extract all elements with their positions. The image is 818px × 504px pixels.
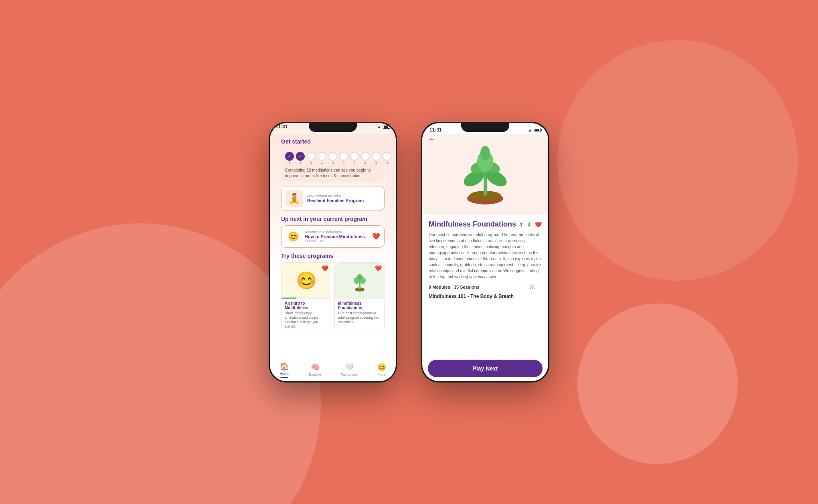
progress-percent: 0% — [530, 285, 535, 289]
progress-section: ✓ 1 ✓ 2 — [281, 148, 385, 182]
dot-5 — [328, 152, 337, 161]
detail-plant-illustration — [457, 144, 513, 204]
dot-item-9: 9 — [372, 152, 381, 165]
wifi-icon: ▲ — [377, 124, 381, 129]
dot-6 — [339, 152, 348, 161]
svg-point-13 — [480, 146, 490, 160]
program-card-1-emoji: 😊 — [296, 271, 317, 290]
more-options-icon[interactable]: ⋮ — [538, 285, 542, 289]
plant-icon — [350, 269, 370, 291]
battery-icon — [383, 125, 390, 129]
program-card-1-body: An Intro to Mindfulness Short introducto… — [281, 299, 331, 332]
program-card-1[interactable]: 😊 ❤️ An Intro to Mindfulness Short intro… — [281, 262, 331, 332]
kids-banner-subtitle: New content for kids! — [307, 194, 364, 198]
more-icon: 😊 — [377, 363, 386, 372]
program-card-2-heart[interactable]: ❤️ — [375, 265, 382, 271]
bg-decoration-3 — [577, 304, 738, 464]
detail-body: Mindfulness Foundations ⬆ ⬇ ❤️ Our most … — [422, 215, 548, 309]
status-time-right: 11:31 — [429, 127, 442, 133]
detail-meta-row: 9 Modules · 35 Sessions 0% ⋮ — [429, 285, 542, 289]
dot-item-7: 7 — [350, 152, 359, 165]
up-next-card[interactable]: 😊 An Intro to Mindfulness How to Practic… — [281, 225, 385, 248]
program-card-1-desc: Short introductory animations and simple… — [285, 311, 328, 329]
get-started-title: Get started — [281, 138, 385, 145]
home-icon: 🏠 — [280, 362, 289, 371]
nav-explore[interactable]: 🧠 Explore — [309, 363, 321, 376]
bottom-nav-left: 🏠 Home 🧠 Explore 🤍 Favourites 😊 More — [270, 360, 396, 381]
explore-icon: 🧠 — [311, 363, 320, 372]
up-next-heart[interactable]: ❤️ — [372, 233, 380, 240]
nav-home[interactable]: 🏠 Home — [279, 362, 289, 378]
dots-row: ✓ 1 ✓ 2 — [285, 152, 381, 165]
detail-description: Our most comprehensive adult program. Th… — [429, 232, 542, 280]
program-card-1-heart[interactable]: ❤️ — [322, 265, 328, 271]
status-icons-left: ▲ — [377, 124, 390, 129]
program-card-2[interactable]: ❤️ Mindfulness Foundations Our most comp… — [334, 262, 385, 332]
detail-scroll[interactable]: Mindfulness Foundations ⬆ ⬇ ❤️ Our most … — [422, 215, 548, 369]
dot-item-4: 4 — [318, 152, 326, 165]
lesson-title: How to Practice Mindfulness — [305, 234, 368, 239]
phone-notch — [309, 123, 357, 132]
download-icon[interactable]: ⬇ — [527, 221, 532, 228]
lesson-meta: Lesson · 1m — [305, 239, 368, 243]
dot-item-6: 6 — [339, 152, 348, 165]
kids-text: New content for kids! Resilient Families… — [307, 194, 364, 203]
detail-title-row: Mindfulness Foundations ⬆ ⬇ ❤️ — [429, 220, 542, 229]
lesson-subtitle: An Intro to Mindfulness — [305, 230, 368, 234]
share-icon[interactable]: ⬆ — [519, 221, 524, 228]
play-next-button[interactable]: Play Next — [428, 360, 543, 377]
dot-4 — [318, 152, 326, 161]
battery-icon-right — [534, 128, 541, 132]
program-1-progress-bar — [281, 298, 331, 299]
back-arrow-icon: ← — [428, 135, 435, 143]
nav-favourites[interactable]: 🤍 Favourites — [341, 363, 358, 376]
progress-description: Completing 10 meditations can see you be… — [285, 168, 381, 179]
programs-grid: 😊 ❤️ An Intro to Mindfulness Short intro… — [281, 262, 385, 332]
dot-item-3: 3 — [307, 152, 316, 165]
dot-item-5: 5 — [328, 152, 337, 165]
program-card-2-title: Mindfulness Foundations — [338, 301, 381, 310]
detail-program-title: Mindfulness Foundations — [429, 220, 519, 229]
left-phone-content: Get started ✓ 1 ✓ — [270, 134, 396, 361]
play-next-container: Play Next — [428, 358, 543, 377]
dot-item-1: ✓ 1 — [285, 152, 294, 165]
kids-banner[interactable]: 🧘 New content for kids! Resilient Famili… — [281, 186, 385, 211]
program-card-2-img: ❤️ — [335, 263, 384, 299]
dot-3 — [307, 152, 316, 161]
nav-more[interactable]: 😊 More — [377, 363, 386, 376]
dot-item-8: 8 — [361, 152, 370, 165]
dot-10 — [383, 152, 391, 161]
dot-7 — [350, 152, 359, 161]
detail-action-buttons: ⬆ ⬇ ❤️ — [519, 221, 542, 228]
lesson-emoji: 😊 — [285, 229, 301, 244]
nav-home-underline — [280, 377, 288, 378]
right-phone-notch — [461, 123, 509, 132]
kids-avatar: 🧘 — [285, 190, 303, 207]
program-card-2-desc: Our most comprehensive adult program cov… — [338, 311, 381, 324]
nav-explore-label: Explore — [309, 372, 321, 376]
status-icons-right: ▲ — [528, 128, 541, 132]
left-phone: 11:31 ▲ Get started — [269, 122, 397, 383]
dot-2: ✓ — [296, 152, 305, 161]
detail-hero — [422, 134, 548, 215]
dot-1: ✓ — [285, 152, 294, 161]
status-time-left: 11:31 — [275, 124, 288, 130]
favourite-heart-icon[interactable]: ❤️ — [535, 221, 542, 228]
try-programs-title: Try these programs — [281, 253, 385, 259]
svg-rect-7 — [484, 168, 487, 196]
detail-module-title: Mindfulness 101 - The Body & Breath — [429, 293, 542, 299]
kids-banner-title: Resilient Families Program — [307, 198, 364, 203]
wifi-icon-right: ▲ — [528, 128, 532, 132]
left-phone-scroll[interactable]: Get started ✓ 1 ✓ — [270, 134, 396, 361]
up-next-title: Up next in your current program — [281, 216, 385, 222]
program-card-2-body: Mindfulness Foundations Our most compreh… — [335, 299, 384, 328]
nav-favourites-label: Favourites — [341, 372, 358, 376]
program-1-progress-fill — [281, 298, 296, 299]
back-button[interactable]: ← — [428, 135, 435, 144]
phones-container: 11:31 ▲ Get started — [269, 122, 549, 383]
lesson-info: An Intro to Mindfulness How to Practice … — [305, 230, 368, 243]
dot-9 — [372, 152, 381, 161]
nav-more-label: More — [377, 372, 386, 376]
program-card-1-title: An Intro to Mindfulness — [285, 301, 328, 310]
dot-item-10: 10 — [383, 152, 391, 165]
